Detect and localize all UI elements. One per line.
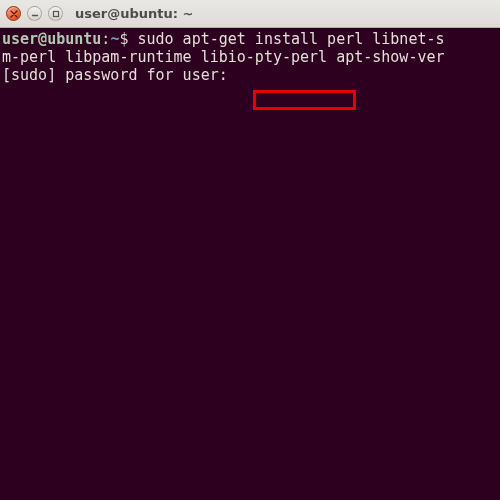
window-controls: [6, 6, 63, 21]
svg-rect-0: [53, 11, 58, 16]
titlebar[interactable]: user@ubuntu: ~: [0, 0, 500, 28]
highlight-box: [253, 90, 356, 110]
close-icon: [10, 10, 18, 18]
command-line-1: sudo apt-get install perl libnet-s: [137, 30, 444, 48]
prompt-user: user@ubuntu: [2, 30, 101, 48]
minimize-icon: [31, 10, 39, 18]
minimize-button[interactable]: [27, 6, 42, 21]
command-line-2: m-perl libpam-runtime libio-pty-perl apt…: [2, 48, 445, 66]
window-title: user@ubuntu: ~: [75, 6, 193, 21]
terminal-window: user@ubuntu: ~ user@ubuntu:~$ sudo apt-g…: [0, 0, 500, 500]
close-button[interactable]: [6, 6, 21, 21]
maximize-button[interactable]: [48, 6, 63, 21]
prompt-dollar: $: [119, 30, 137, 48]
password-prompt: [sudo] password for user:: [2, 66, 237, 84]
terminal-body[interactable]: user@ubuntu:~$ sudo apt-get install perl…: [0, 28, 500, 500]
maximize-icon: [52, 10, 60, 18]
